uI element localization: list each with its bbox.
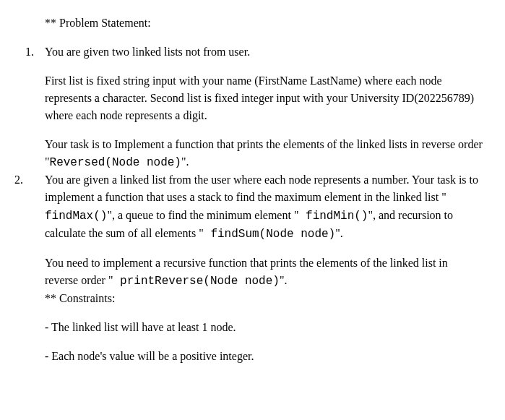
list-number-1: 1. — [14, 43, 45, 61]
constraints-header: ** Constraints: — [45, 290, 483, 307]
constraint-2: - Each node's value will be a positive i… — [45, 348, 483, 365]
item1-para1: First list is fixed string input with yo… — [45, 72, 483, 124]
item2-para2-code: printReverse(Node node) — [113, 275, 279, 288]
list-number-2: 2. — [14, 171, 45, 243]
item2-para1-code3: findSum(Node node) — [204, 228, 335, 241]
list-item-2: 2. You are given a linked list from the … — [14, 171, 483, 243]
item2-para2: You need to implement a recursive functi… — [45, 254, 483, 290]
problem-statement-header: ** Problem Statement: — [45, 14, 483, 32]
problem-statement-text: ** Problem Statement: — [45, 17, 151, 29]
item2-para1-suffix: ". — [335, 227, 343, 239]
item2-block: You need to implement a recursive functi… — [45, 254, 483, 290]
item1-para2-suffix: ". — [181, 155, 189, 168]
item1-block: First list is fixed string input with yo… — [45, 72, 483, 171]
list-content-1: You are given two linked lists not from … — [45, 43, 483, 61]
item2-para1-mid1: ", a queue to find the minimum element " — [107, 209, 298, 221]
item2-para1: You are given a linked list from the use… — [45, 171, 483, 243]
item1-para2-code: Reversed(Node node) — [50, 156, 181, 169]
list-content-2: You are given a linked list from the use… — [45, 171, 483, 243]
constraints-block: ** Constraints: - The linked list will h… — [45, 290, 483, 365]
item2-para2-suffix: ". — [280, 274, 288, 286]
list-item-1: 1. You are given two linked lists not fr… — [14, 43, 483, 61]
item1-intro: You are given two linked lists not from … — [45, 43, 483, 61]
constraint-1: - The linked list will have at least 1 n… — [45, 319, 483, 336]
item2-para1-code1: findMax() — [45, 210, 107, 223]
item2-para1-prefix: You are given a linked list from the use… — [45, 173, 478, 203]
item2-para1-code2: findMin() — [298, 210, 368, 223]
item1-para2: Your task is to Implement a function tha… — [45, 136, 483, 171]
